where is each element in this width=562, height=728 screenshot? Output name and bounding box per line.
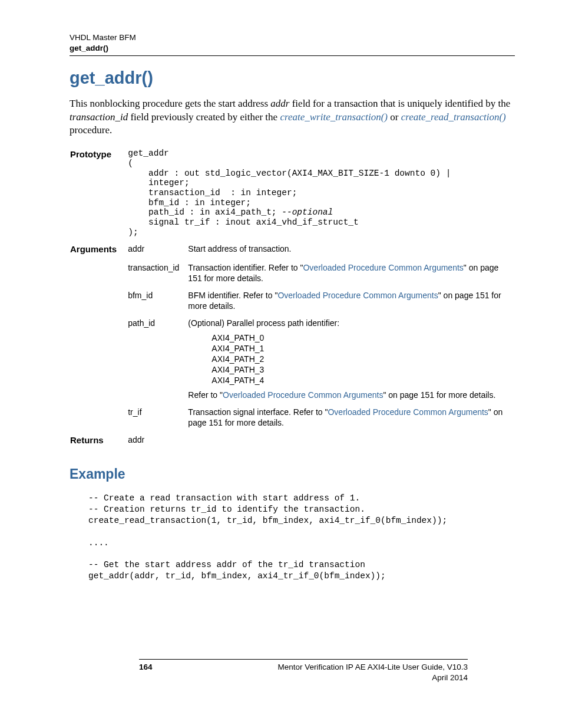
example-code: -- Create a read transaction with start … — [88, 493, 515, 582]
path-list: AXI4_PATH_0 AXI4_PATH_1 AXI4_PATH_2 AXI4… — [188, 332, 514, 386]
addr-ital: addr — [270, 98, 289, 109]
returns-value: addr — [127, 434, 187, 452]
arg-desc-transaction-id: Transaction identifier. Refer to "Overlo… — [187, 262, 515, 289]
arg-name-transaction-id: transaction_id — [127, 262, 187, 289]
returns-label: Returns — [70, 434, 127, 452]
prototype-label: Prototype — [70, 148, 127, 243]
footer-doc: Mentor Verification IP AE AXI4-Lite User… — [278, 662, 468, 673]
arg-desc-path-id: (Optional) Parallel process path identif… — [187, 317, 515, 406]
overloaded-link-4[interactable]: Overloaded Procedure Common Arguments — [328, 407, 488, 417]
create-write-transaction-link[interactable]: create_write_transaction() — [280, 111, 388, 123]
page-footer: 164 Mentor Verification IP AE AXI4-Lite … — [139, 659, 468, 683]
arg-desc-bfm-id: BFM identifier. Refer to "Overloaded Pro… — [187, 289, 515, 317]
header-line1: VHDL Master BFM — [70, 32, 515, 43]
page-number: 164 — [139, 662, 153, 683]
overloaded-link-1[interactable]: Overloaded Procedure Common Arguments — [303, 263, 463, 272]
footer-rule — [139, 659, 468, 660]
overloaded-link-3[interactable]: Overloaded Procedure Common Arguments — [223, 390, 383, 400]
arg-name-tr-if: tr_if — [127, 406, 187, 434]
page-header: VHDL Master BFM get_addr() — [70, 32, 515, 54]
arg-desc-addr: Start address of transaction. — [187, 243, 515, 261]
intro-paragraph: This nonblocking procedure gets the star… — [70, 97, 515, 138]
definition-table: Prototype get_addr ( addr : out std_logi… — [70, 148, 515, 452]
arg-desc-tr-if: Transaction signal interface. Refer to "… — [187, 406, 515, 434]
footer-date: April 2014 — [278, 673, 468, 683]
arg-name-path-id: path_id — [127, 317, 187, 406]
transaction-id-ital: transaction_id — [70, 111, 128, 123]
arg-name-addr: addr — [127, 243, 187, 261]
prototype-code: get_addr ( addr : out std_logic_vector(A… — [128, 149, 514, 237]
header-rule — [70, 55, 515, 56]
arg-name-bfm-id: bfm_id — [127, 289, 187, 317]
example-heading: Example — [70, 465, 515, 483]
overloaded-link-2[interactable]: Overloaded Procedure Common Arguments — [277, 291, 438, 300]
header-line2: get_addr() — [70, 43, 515, 54]
arguments-label: Arguments — [70, 243, 127, 261]
create-read-transaction-link[interactable]: create_read_transaction() — [401, 111, 506, 123]
page-title: get_addr() — [70, 67, 515, 90]
